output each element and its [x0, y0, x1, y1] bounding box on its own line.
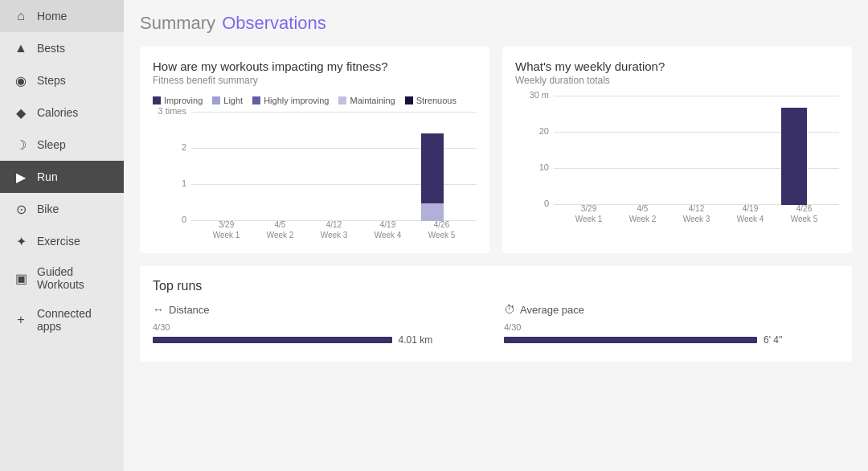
- duration-grid-label: 20: [514, 126, 549, 136]
- fitness-week-labels: 3/29Week 14/5Week 24/12Week 34/19Week 44…: [191, 219, 477, 240]
- header-observations: Observations: [222, 13, 326, 34]
- sidebar-item-steps[interactable]: ◉Steps: [0, 64, 124, 96]
- legend-dot: [212, 96, 220, 104]
- duration-week-labels: 3/29Week 14/5Week 24/12Week 34/19Week 44…: [554, 203, 839, 224]
- sidebar-item-bike[interactable]: ⊙Bike: [0, 193, 124, 225]
- distance-label: Distance: [169, 304, 210, 316]
- duration-card-title: What's my weekly duration?: [515, 59, 839, 73]
- grid-label: 0: [151, 215, 186, 224]
- legend-label: Strenuous: [416, 96, 457, 105]
- pace-label: Average pace: [520, 304, 584, 316]
- legend-item-strenuous: Strenuous: [405, 96, 457, 105]
- duration-grid-label: 10: [514, 162, 549, 172]
- page-header: Summary Observations: [140, 13, 852, 34]
- pace-icon: ⏱: [504, 303, 515, 316]
- week-label-4: 4/19Week 4: [375, 219, 402, 240]
- bike-icon: ⊙: [13, 201, 29, 217]
- duration-chart: 30 m201003/29Week 14/5Week 24/12Week 34/…: [515, 96, 839, 224]
- top-runs-title: Top runs: [153, 279, 839, 293]
- sidebar: ⌂Home▲Bests◉Steps◆Calories☽Sleep▶Run⊙Bik…: [0, 0, 124, 471]
- run-bar: [153, 337, 392, 343]
- legend-dot: [252, 96, 260, 104]
- sidebar-item-connected-apps[interactable]: +Connected apps: [0, 299, 124, 341]
- grid-label: 3 times: [151, 106, 186, 116]
- exercise-icon: ✦: [13, 233, 29, 249]
- legend-label: Maintaining: [350, 96, 395, 105]
- pace-metric: ⏱ Average pace 4/306' 4": [504, 303, 839, 349]
- duration-bar: [781, 108, 807, 205]
- sidebar-item-bests[interactable]: ▲Bests: [0, 32, 124, 64]
- home-icon: ⌂: [13, 8, 29, 24]
- bests-icon: ▲: [13, 40, 29, 56]
- duration-grid-label: 30 m: [514, 90, 549, 100]
- run-value: 4.01 km: [399, 334, 433, 346]
- legend-dot: [338, 96, 346, 104]
- connected-apps-icon: +: [13, 312, 29, 328]
- run-bar-row: 4/304.01 km: [153, 322, 488, 346]
- legend-dot: [153, 96, 161, 104]
- sidebar-item-guided-workouts[interactable]: ▣Guided Workouts: [0, 257, 124, 299]
- sidebar-label-run: Run: [37, 170, 58, 183]
- legend-item-maintaining: Maintaining: [338, 96, 395, 105]
- run-icon: ▶: [13, 169, 29, 185]
- run-bar: [504, 337, 757, 343]
- run-bar-row: 4/306' 4": [504, 322, 839, 346]
- sidebar-label-steps: Steps: [37, 74, 66, 87]
- legend-item-highly-improving: Highly improving: [252, 96, 329, 105]
- header-summary: Summary: [140, 13, 215, 34]
- run-date: 4/30: [153, 322, 488, 332]
- top-runs-grid: ↔ Distance 4/304.01 km ⏱ Average pace 4/…: [153, 303, 839, 349]
- sidebar-item-run[interactable]: ▶Run: [0, 161, 124, 193]
- sidebar-item-calories[interactable]: ◆Calories: [0, 96, 124, 129]
- calories-icon: ◆: [13, 104, 29, 121]
- duration-bars: [554, 96, 839, 205]
- sidebar-label-bests: Bests: [37, 42, 65, 55]
- sidebar-item-sleep[interactable]: ☽Sleep: [0, 129, 124, 161]
- sidebar-label-calories: Calories: [37, 106, 78, 119]
- distance-icon: ↔: [153, 303, 164, 316]
- sidebar-item-exercise[interactable]: ✦Exercise: [0, 225, 124, 257]
- week-label-5: 4/26Week 5: [428, 219, 456, 240]
- legend-item-improving: Improving: [153, 96, 203, 105]
- legend-dot: [405, 96, 413, 104]
- bar-improving: [421, 133, 444, 203]
- top-runs-card: Top runs ↔ Distance 4/304.01 km ⏱ Averag…: [140, 266, 852, 362]
- legend-item-light: Light: [212, 96, 243, 105]
- grid-label: 2: [151, 142, 186, 152]
- fitness-card-subtitle: Fitness benefit summary: [153, 75, 477, 86]
- distance-bars: 4/304.01 km: [153, 322, 488, 346]
- sleep-icon: ☽: [13, 137, 29, 153]
- sidebar-label-connected-apps: Connected apps: [37, 307, 111, 333]
- duration-week-label-4: 4/19Week 4: [737, 203, 764, 224]
- fitness-bars: [191, 112, 477, 221]
- grid-label: 1: [151, 178, 186, 188]
- duration-card: What's my weekly duration? Weekly durati…: [502, 47, 852, 253]
- duration-card-subtitle: Weekly duration totals: [515, 75, 839, 86]
- sidebar-label-sleep: Sleep: [37, 138, 66, 151]
- sidebar-label-bike: Bike: [37, 203, 59, 215]
- sidebar-label-home: Home: [37, 10, 67, 23]
- legend-label: Light: [223, 96, 243, 105]
- week-label-1: 3/29Week 1: [213, 219, 240, 240]
- fitness-card: How are my workouts impacting my fitness…: [140, 47, 489, 253]
- legend-label: Improving: [164, 96, 203, 105]
- legend-label: Highly improving: [264, 96, 329, 105]
- bar-maintaining: [421, 203, 444, 221]
- duration-week-label-2: 4/5Week 2: [629, 203, 657, 224]
- distance-header: ↔ Distance: [153, 303, 488, 316]
- distance-metric: ↔ Distance 4/304.01 km: [153, 303, 488, 349]
- guided-workouts-icon: ▣: [13, 270, 29, 286]
- week-label-2: 4/5Week 2: [267, 219, 294, 240]
- sidebar-label-guided-workouts: Guided Workouts: [37, 265, 111, 291]
- bar-group-week-5: [421, 133, 444, 221]
- run-value: 6' 4": [764, 334, 782, 346]
- run-bar-container: 4.01 km: [153, 334, 488, 346]
- run-date: 4/30: [504, 322, 839, 332]
- fitness-chart: 3 times2103/29Week 14/5Week 24/12Week 34…: [153, 112, 477, 240]
- sidebar-label-exercise: Exercise: [37, 235, 80, 248]
- fitness-card-title: How are my workouts impacting my fitness…: [153, 59, 477, 73]
- main-content: Summary Observations How are my workouts…: [124, 0, 868, 471]
- run-bar-container: 6' 4": [504, 334, 839, 346]
- sidebar-item-home[interactable]: ⌂Home: [0, 0, 124, 32]
- fitness-legend: ImprovingLightHighly improvingMaintainin…: [153, 96, 477, 105]
